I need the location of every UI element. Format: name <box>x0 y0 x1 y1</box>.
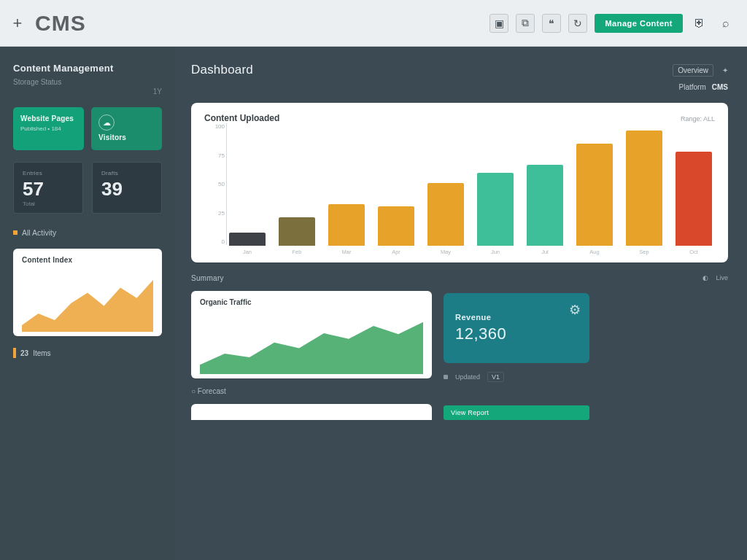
mini-chart-title: Content Index <box>22 256 153 264</box>
tile-label: Website Pages <box>20 114 77 122</box>
tile-sub: Published • 184 <box>20 125 77 132</box>
cloud-icon: ☁ <box>98 114 115 131</box>
live-indicator-icon: ◐ <box>703 274 708 281</box>
speech-icon[interactable]: ❝ <box>542 14 561 33</box>
stat-label: Entries <box>23 170 74 176</box>
area-chart-title: Organic Traffic <box>200 298 423 306</box>
search-icon[interactable]: ⌕ <box>716 14 735 33</box>
primary-action-button[interactable]: Manage Content <box>595 14 683 33</box>
stat-value: 39 <box>101 178 152 201</box>
version-pill[interactable]: V1 <box>487 372 504 382</box>
card-peek <box>191 404 432 420</box>
sidebar: Content Management Storage Status 1Y Web… <box>0 47 175 560</box>
view-report-button[interactable]: View Report <box>444 405 589 420</box>
stat-sub: Total <box>23 201 74 207</box>
brand-sub: Platform <box>679 83 706 91</box>
forecast-label: ○ Forecast <box>191 387 432 395</box>
bar-column: Jan <box>229 233 266 255</box>
new-icon[interactable]: + <box>7 14 28 33</box>
bar-column: Feb <box>279 217 315 256</box>
revenue-label: Revenue <box>455 313 578 322</box>
page-title: Dashboard <box>191 63 253 77</box>
brand-tag: CMS <box>712 83 728 91</box>
stat-label: Drafts <box>101 170 152 176</box>
revenue-value: 12,360 <box>455 324 578 343</box>
meta-updated: Updated <box>455 373 480 381</box>
meta-live: Live <box>716 274 728 281</box>
refresh-icon[interactable]: ↻ <box>568 14 587 33</box>
content-area: Dashboard Overview ✦ Platform CMS Conten… <box>175 47 747 560</box>
tile-pages[interactable]: Website Pages Published • 184 <box>13 107 84 150</box>
stat-entries[interactable]: Entries 57 Total <box>13 162 83 214</box>
section-activity: All Activity <box>13 228 162 237</box>
image-icon[interactable]: ▣ <box>489 14 508 33</box>
bar-chart: 1007550250 JanFebMarAprMayJunJulAugSepOc… <box>204 123 715 255</box>
star-icon[interactable]: ✦ <box>722 66 728 74</box>
sidebar-range-label: 1Y <box>13 88 162 96</box>
mini-chart-card[interactable]: Content Index <box>13 249 162 336</box>
revenue-card[interactable]: ⚙ Revenue 12,360 <box>444 293 589 363</box>
accent-bar-icon <box>13 348 16 358</box>
section-summary: Summary <box>191 274 432 282</box>
status-dot-icon <box>444 375 448 379</box>
bar-column: Oct <box>676 152 712 256</box>
bar-column: Apr <box>378 206 414 255</box>
duplicate-icon[interactable]: ⧉ <box>516 14 535 33</box>
top-bar: + CMS ▣ ⧉ ❝ ↻ Manage Content ⛨ ⌕ <box>0 0 747 47</box>
chart-title: Content Uploaded <box>204 113 279 123</box>
stat-drafts[interactable]: Drafts 39 <box>92 162 162 214</box>
stat-value: 57 <box>23 178 74 201</box>
area-chart <box>200 309 423 374</box>
bar-chart-card: Content Uploaded Range: ALL 1007550250 J… <box>191 103 728 262</box>
area-chart-card[interactable]: Organic Traffic <box>191 291 432 378</box>
bar-column: Sep <box>626 131 662 255</box>
bar-column: Mar <box>328 204 365 256</box>
area-chart <box>22 267 153 332</box>
sidebar-subheading: Storage Status <box>13 78 162 86</box>
tile-visitors[interactable]: ☁ Visitors <box>91 107 162 150</box>
bar-column: May <box>427 183 464 255</box>
sidebar-footer-stat: 23 Items <box>13 348 162 358</box>
bar-column: Jul <box>527 165 563 256</box>
network-icon: ⚙ <box>569 302 581 318</box>
tile-label: Visitors <box>98 133 155 141</box>
bar-column: Jun <box>477 173 514 256</box>
chart-range: Range: ALL <box>681 115 715 122</box>
shield-icon[interactable]: ⛨ <box>690 14 709 33</box>
sidebar-heading: Content Management <box>13 63 162 74</box>
app-logo: CMS <box>35 11 86 36</box>
breadcrumb-pill[interactable]: Overview <box>673 64 713 77</box>
bar-column: Aug <box>576 144 613 255</box>
